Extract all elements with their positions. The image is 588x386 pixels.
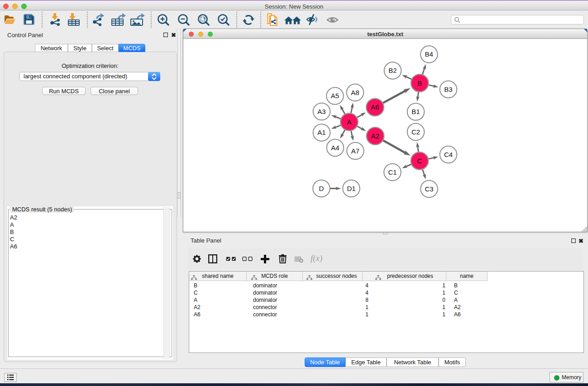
svg-text:C3: C3 [425, 185, 433, 193]
svg-text:A4: A4 [331, 144, 339, 152]
svg-text:A3: A3 [317, 108, 325, 115]
svg-text:A6: A6 [371, 103, 379, 111]
svg-text:B: B [417, 79, 422, 87]
svg-text:B1: B1 [411, 108, 420, 115]
svg-text:B3: B3 [444, 86, 452, 93]
svg-text:A5: A5 [331, 92, 339, 100]
svg-text:A: A [347, 118, 351, 126]
svg-text:B2: B2 [388, 67, 397, 74]
svg-text:C: C [417, 157, 422, 165]
svg-text:C1: C1 [388, 168, 397, 176]
svg-text:D: D [319, 185, 324, 192]
svg-text:A7: A7 [351, 147, 359, 155]
svg-text:B4: B4 [425, 50, 433, 58]
svg-text:C2: C2 [411, 128, 420, 136]
svg-text:C4: C4 [444, 151, 453, 158]
svg-text:A1: A1 [317, 129, 325, 136]
svg-text:A8: A8 [351, 89, 359, 96]
svg-text:A2: A2 [371, 132, 379, 140]
svg-text:D1: D1 [347, 185, 355, 192]
